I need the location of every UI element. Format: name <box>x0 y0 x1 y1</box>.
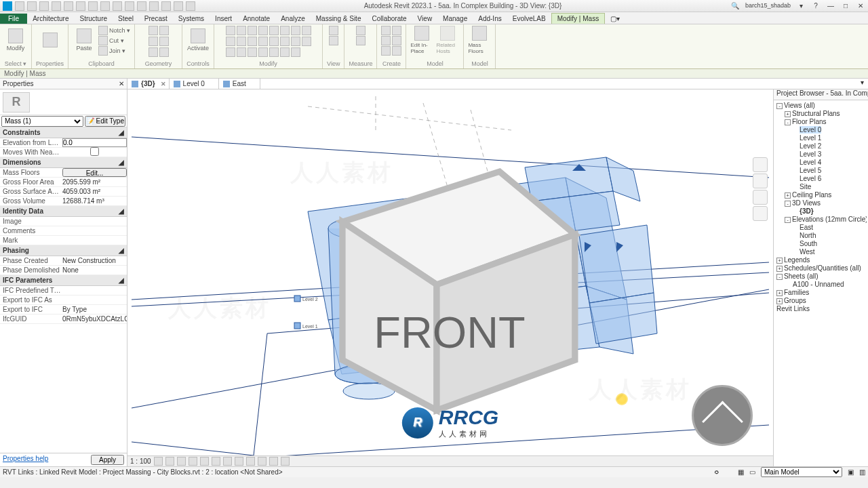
ribbon-tab-massing-site[interactable]: Massing & Site <box>311 14 367 24</box>
sun-path-icon[interactable] <box>177 457 186 466</box>
modify-button[interactable]: Modify <box>4 26 27 54</box>
tree-node[interactable]: Level 2 <box>775 142 867 150</box>
qat-undo-icon[interactable] <box>52 1 61 11</box>
create-icon[interactable] <box>392 26 401 35</box>
create-icon[interactable] <box>381 26 391 35</box>
tree-node[interactable]: -3D Views <box>775 199 867 207</box>
ribbon-tab-systems[interactable]: Systems <box>173 14 210 24</box>
view-tab[interactable]: Level 0 <box>170 79 219 89</box>
constraints-icon[interactable] <box>281 457 290 466</box>
qat-3d-icon[interactable] <box>137 1 146 11</box>
tree-expand-icon[interactable]: - <box>785 201 791 207</box>
measure-icon[interactable] <box>356 36 366 45</box>
mod-icon[interactable] <box>269 37 279 46</box>
ribbon-tab-structure[interactable]: Structure <box>74 14 113 24</box>
prop-checkbox[interactable] <box>62 147 127 156</box>
tree-node[interactable]: Level 3 <box>775 150 867 159</box>
nav-pan-icon[interactable] <box>753 174 768 188</box>
create-icon[interactable] <box>392 36 401 45</box>
create-icon[interactable] <box>381 46 391 56</box>
tree-expand-icon[interactable]: - <box>776 274 783 280</box>
tree-expand-icon[interactable]: + <box>785 192 791 199</box>
qat-sync-icon[interactable] <box>39 1 49 11</box>
tree-node[interactable]: Level 5 <box>775 167 867 175</box>
cut-button[interactable]: Cut ▾ <box>98 36 130 45</box>
geom-icon[interactable] <box>159 26 169 35</box>
unpin-icon[interactable] <box>280 47 290 57</box>
maximize-button[interactable]: □ <box>841 2 850 9</box>
tree-node[interactable]: {3D} <box>775 207 867 216</box>
activate-controls-button[interactable]: Activate <box>186 26 210 54</box>
viewport-3d[interactable]: Level 2 Level 1 FRONT 1 : 100 <box>127 89 773 466</box>
move-icon[interactable] <box>226 26 235 35</box>
tree-node[interactable]: +Structural Plans <box>775 110 867 118</box>
close-icon[interactable]: ✕ <box>161 81 166 87</box>
temp-hide-icon[interactable] <box>246 457 255 466</box>
mod-icon[interactable] <box>237 37 246 46</box>
split-icon[interactable] <box>269 26 279 35</box>
qat-open-icon[interactable] <box>15 1 24 11</box>
close-icon[interactable]: ✕ <box>119 80 124 87</box>
ribbon-tab-evolvelab[interactable]: EvolveLAB <box>507 14 551 24</box>
mod-icon[interactable] <box>258 47 268 57</box>
mod-icon[interactable] <box>258 37 268 46</box>
tree-node[interactable]: -Floor Plans <box>775 118 867 126</box>
tree-node[interactable]: Level 4 <box>775 159 867 167</box>
create-icon[interactable] <box>381 36 391 45</box>
minimize-button[interactable]: — <box>826 2 835 9</box>
view-cube[interactable]: FRONT <box>127 96 760 466</box>
tree-node[interactable]: East <box>775 224 867 232</box>
tree-node[interactable]: +Schedules/Quantities (all) <box>775 264 867 272</box>
view-tab[interactable]: {3D}✕ <box>127 79 170 89</box>
prop-value-input[interactable] <box>62 138 127 147</box>
prop-category-header[interactable]: Phasing◢ <box>0 245 127 256</box>
rotate-icon[interactable] <box>248 26 257 35</box>
align-icon[interactable] <box>280 26 290 35</box>
shadows-icon[interactable] <box>189 457 197 466</box>
type-selector[interactable]: R <box>0 89 127 115</box>
geom-icon[interactable] <box>159 47 169 57</box>
favorite-icon[interactable]: ▾ <box>796 2 806 9</box>
tree-node[interactable]: +Ceiling Plans <box>775 191 867 199</box>
delete-icon[interactable] <box>291 47 300 57</box>
nav-zoom-icon[interactable] <box>753 190 768 205</box>
qat-thin-icon[interactable] <box>161 1 171 11</box>
analytical-icon[interactable] <box>269 457 278 466</box>
measure-icon[interactable] <box>356 26 366 35</box>
edit-type-button[interactable]: 📝 Edit Type <box>85 116 125 127</box>
editable-only-icon[interactable]: ▭ <box>749 468 755 476</box>
pin-icon[interactable] <box>269 47 279 57</box>
qat-dim-icon[interactable] <box>100 1 110 11</box>
tree-expand-icon[interactable]: + <box>776 258 783 264</box>
ribbon-tab-insert[interactable]: Insert <box>210 14 237 24</box>
trim-icon[interactable] <box>258 26 268 35</box>
qat-text-icon[interactable] <box>125 1 134 11</box>
mod-icon[interactable] <box>226 47 235 57</box>
element-category-select[interactable]: Mass (1) <box>1 116 83 127</box>
browser-tree[interactable]: -Views (all)+Structural Plans-Floor Plan… <box>774 100 868 466</box>
revit-app-icon[interactable] <box>3 1 12 11</box>
worksets-icon[interactable]: ▦ <box>738 468 744 476</box>
user-label[interactable]: barch15_shadab <box>745 2 791 9</box>
mod-icon[interactable] <box>226 37 235 46</box>
tree-node[interactable]: South <box>775 240 867 248</box>
ribbon-tab-modify-mass[interactable]: Modify | Mass <box>551 13 606 24</box>
ribbon-tab-view[interactable]: View <box>412 14 438 24</box>
geom-icon[interactable] <box>149 47 158 57</box>
status-icon[interactable]: ⭘ <box>713 468 720 476</box>
ribbon-tab-collaborate[interactable]: Collaborate <box>366 14 412 24</box>
tree-node[interactable]: A100 - Unnamed <box>775 281 867 289</box>
main-model-select[interactable]: Main Model <box>761 467 842 477</box>
crop-icon[interactable] <box>212 457 220 466</box>
search-icon[interactable]: 🔍 <box>730 2 740 9</box>
help-icon[interactable]: ? <box>811 2 821 9</box>
lock-3d-icon[interactable] <box>235 457 243 466</box>
qat-tag-icon[interactable] <box>113 1 122 11</box>
prop-category-header[interactable]: Identity Data◢ <box>0 206 127 217</box>
ribbon-tab-manage[interactable]: Manage <box>437 14 473 24</box>
qat-close-icon[interactable] <box>174 1 183 11</box>
prop-category-header[interactable]: Dimensions◢ <box>0 157 127 168</box>
view-icon[interactable] <box>329 36 338 45</box>
filter-icon[interactable]: ▥ <box>859 468 865 476</box>
mod-icon[interactable] <box>280 37 290 46</box>
